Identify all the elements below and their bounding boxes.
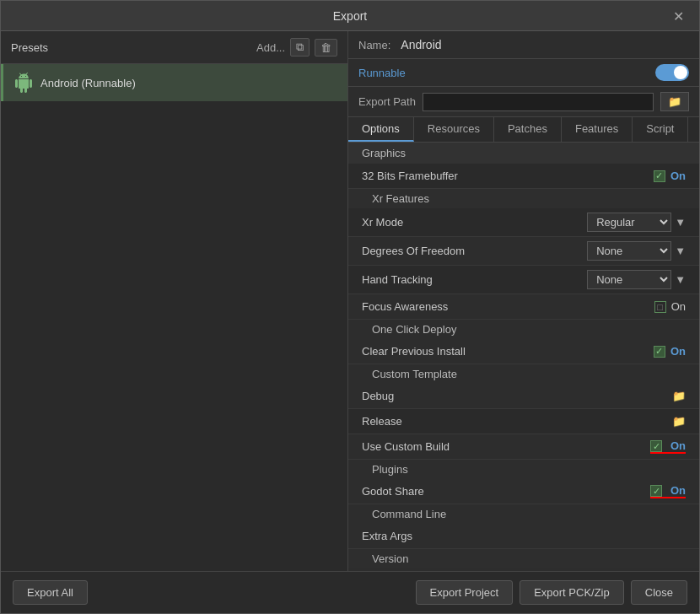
debug-label: Debug [362,390,672,402]
runnable-label: Runnable [358,67,406,79]
godot-share-underline: ✓ On [650,484,686,499]
bottom-bar: Export All Export Project Export PCK/Zip… [1,571,699,613]
close-icon[interactable]: ✕ [666,4,691,27]
tab-script[interactable]: Script [633,117,688,142]
clear-previous-install-label: Clear Previous Install [362,345,654,358]
tabs-bar: Options Resources Patches Features Scrip… [348,117,699,143]
sidebar-header: Presets Add... ⧉ 🗑 [1,31,347,64]
runnable-row: Runnable [348,59,699,87]
use-custom-build-checkbox[interactable]: ✓ [650,440,662,452]
focus-awareness-checkbox[interactable]: □ [654,301,666,313]
tab-features[interactable]: Features [562,117,633,142]
export-pck-button[interactable]: Export PCK/Zip [520,580,624,605]
degrees-of-freedom-select[interactable]: None [587,241,671,261]
extra-args-label: Extra Args [362,530,686,542]
release-row: Release 📁 [348,409,699,434]
export-dialog: Export ✕ Presets Add... ⧉ 🗑 Android (Run… [0,0,700,614]
bits-framebuffer-label: 32 Bits Framebuffer [362,170,654,182]
godot-share-label: Godot Share [362,485,650,498]
delete-preset-button[interactable]: 🗑 [315,39,337,57]
xr-mode-select[interactable]: Regular [587,213,671,232]
sidebar-actions: Add... ⧉ 🗑 [256,38,337,57]
clear-previous-install-row: Clear Previous Install ✓ On [348,339,699,364]
graphics-section-header: Graphics [348,143,699,164]
debug-row: Debug 📁 [348,384,699,409]
xr-mode-arrow: ▼ [675,216,686,229]
android-preset-label: Android (Runnable) [40,77,136,89]
degrees-of-freedom-arrow: ▼ [675,245,686,257]
tab-resources[interactable]: Resources [414,117,494,142]
runnable-toggle[interactable] [655,64,689,81]
degrees-of-freedom-label: Degrees Of Freedom [362,245,587,257]
version-section-header: Version [348,549,699,568]
hand-tracking-arrow: ▼ [675,273,686,286]
xr-features-header: Xr Features [348,189,699,208]
export-path-label: Export Path [358,95,416,108]
focus-awareness-label: Focus Awareness [362,300,654,313]
xr-mode-row: Xr Mode Regular ▼ [348,208,699,237]
sidebar: Presets Add... ⧉ 🗑 Android (Runnable) [1,31,348,571]
godot-share-checkbox[interactable]: ✓ [650,485,662,497]
main-content: Presets Add... ⧉ 🗑 Android (Runnable) Na… [1,31,699,571]
title-bar: Export ✕ [1,1,699,31]
android-preset-item[interactable]: Android (Runnable) [1,64,347,101]
use-custom-build-row: Use Custom Build ✓ On [348,434,699,460]
plugins-section-header: Plugins [348,460,699,479]
copy-preset-button[interactable]: ⧉ [290,38,310,57]
name-row: Name: Android [348,31,699,59]
bits-framebuffer-value: On [670,170,686,182]
export-path-row: Export Path 📁 [348,87,699,117]
one-click-deploy-header: One Click Deploy [348,320,699,339]
focus-awareness-row: Focus Awareness □ On [348,294,699,320]
command-line-header: Command Line [348,504,699,524]
use-custom-build-underline: ✓ On [650,439,686,455]
right-panel: Name: Android Runnable Export Path 📁 Opt… [348,31,699,571]
release-folder-icon[interactable]: 📁 [672,415,686,428]
extra-args-row: Extra Args [348,524,699,549]
release-label: Release [362,415,672,428]
presets-label: Presets [11,41,48,54]
export-project-button[interactable]: Export Project [416,580,514,605]
focus-awareness-value: On [671,300,686,313]
debug-folder-icon[interactable]: 📁 [672,390,686,402]
clear-previous-install-value: On [670,345,686,358]
hand-tracking-select[interactable]: None [587,270,671,289]
bits-framebuffer-row: 32 Bits Framebuffer ✓ On [348,164,699,189]
custom-template-header: Custom Template [348,364,699,384]
dialog-title: Export [333,9,367,23]
bits-framebuffer-checkbox[interactable]: ✓ [654,170,665,182]
hand-tracking-label: Hand Tracking [362,273,587,286]
tab-patches[interactable]: Patches [494,117,562,142]
godot-share-row: Godot Share ✓ On [348,479,699,504]
android-icon [13,73,34,93]
name-value: Android [401,38,441,51]
use-custom-build-value: On [670,439,686,452]
hand-tracking-row: Hand Tracking None ▼ [348,266,699,294]
export-all-button[interactable]: Export All [13,580,88,605]
export-path-folder-button[interactable]: 📁 [660,92,689,111]
clear-previous-install-checkbox[interactable]: ✓ [654,346,665,358]
use-custom-build-label: Use Custom Build [362,440,650,453]
close-button[interactable]: Close [631,580,687,605]
degrees-of-freedom-row: Degrees Of Freedom None ▼ [348,237,699,266]
xr-mode-label: Xr Mode [362,216,587,229]
options-content: Graphics 32 Bits Framebuffer ✓ On Xr Fea… [348,143,699,571]
godot-share-value: On [670,484,686,497]
export-path-input[interactable] [423,93,654,111]
add-preset-button[interactable]: Add... [256,41,285,54]
name-label: Name: [358,39,390,51]
tab-options[interactable]: Options [348,117,414,142]
